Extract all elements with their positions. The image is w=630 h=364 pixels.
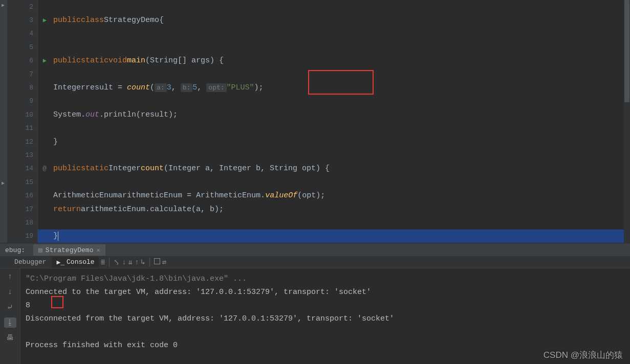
- tab-label: StrategyDemo: [46, 246, 94, 254]
- code-line: System.out.println(result);: [53, 108, 630, 121]
- tab-console[interactable]: ▶_Console: [52, 257, 98, 268]
- line-number[interactable]: 18: [7, 216, 37, 229]
- debug-session-tab[interactable]: ▤ StrategyDemo ✕: [33, 244, 105, 256]
- code-line: public static void main(String[] args) {: [53, 54, 630, 67]
- line-number[interactable]: 9: [7, 95, 37, 108]
- line-number[interactable]: 3▶: [7, 13, 37, 27]
- marker-icon: ▶: [2, 2, 5, 8]
- console-line: "C:\Program Files\Java\jdk-1.8\bin\java.…: [26, 272, 625, 286]
- step-into-icon[interactable]: ↓: [122, 258, 126, 266]
- console-toolbar: ↑ ↓ ⤶ ⭳ 🖶: [0, 268, 20, 364]
- line-number[interactable]: 6▶: [7, 54, 37, 67]
- code-line: [53, 175, 630, 189]
- line-number[interactable]: 7: [7, 67, 37, 81]
- console-line: Disconnected from the target VM, address…: [26, 312, 625, 326]
- line-number[interactable]: 10: [7, 108, 37, 121]
- code-line: public static Integer count(Integer a, I…: [53, 162, 630, 175]
- separator: [109, 258, 110, 267]
- console-icon: ▶_: [56, 258, 64, 266]
- console-line: Connected to the target VM, address: '12…: [26, 286, 625, 299]
- param-hint: opt:: [206, 83, 226, 92]
- debug-tab-bar: ebug: ▤ StrategyDemo ✕: [0, 244, 630, 256]
- console-output[interactable]: "C:\Program Files\Java\jdk-1.8\bin\java.…: [20, 268, 630, 364]
- line-number[interactable]: 5: [7, 40, 37, 54]
- separator: [149, 258, 150, 267]
- force-step-into-icon[interactable]: ⇊: [128, 258, 133, 266]
- line-number[interactable]: 8: [7, 81, 37, 94]
- code-line: [53, 148, 630, 162]
- scrollbar-thumb[interactable]: [624, 0, 629, 102]
- param-hint: a:: [155, 83, 167, 92]
- console-body: ↑ ↓ ⤶ ⭳ 🖶 "C:\Program Files\Java\jdk-1.8…: [0, 268, 630, 364]
- console-line: [26, 326, 625, 339]
- code-line: [53, 122, 630, 135]
- debug-label: ebug:: [0, 246, 30, 254]
- gutter[interactable]: 2 3▶ 4 5 6▶ 7 8 9 10 11 12 13 14@ 15 16 …: [7, 0, 38, 243]
- line-number[interactable]: 15: [7, 175, 37, 189]
- line-number[interactable]: 17: [7, 202, 37, 216]
- code-line-active: }: [38, 230, 630, 243]
- threads-icon[interactable]: ≣: [101, 258, 105, 266]
- code-line: [53, 95, 630, 108]
- annotation-box: [51, 296, 63, 308]
- down-icon[interactable]: ↓: [4, 287, 16, 297]
- drop-frame-icon[interactable]: ↳: [141, 258, 145, 266]
- tab-debugger[interactable]: Debugger: [10, 257, 50, 268]
- trace-icon[interactable]: ⇄: [162, 258, 166, 266]
- line-number[interactable]: 11: [7, 122, 37, 135]
- console-line: Process finished with exit code 0: [26, 339, 625, 352]
- step-over-icon[interactable]: ⤣: [114, 258, 120, 266]
- app-icon: ▤: [38, 246, 42, 254]
- code-line: public class StrategyDemo {: [53, 13, 630, 27]
- code-line: return arithmeticEnum.calculate(a, b);: [53, 202, 630, 216]
- code-editor[interactable]: 2 3▶ 4 5 6▶ 7 8 9 10 11 12 13 14@ 15 16 …: [7, 0, 630, 243]
- code-line: [53, 40, 630, 54]
- soft-wrap-icon[interactable]: ⤶: [4, 302, 16, 312]
- line-number[interactable]: 13: [7, 148, 37, 162]
- code-line: [53, 0, 630, 13]
- editor-scrollbar[interactable]: [624, 0, 630, 243]
- line-number[interactable]: 2: [7, 0, 37, 13]
- code-line: ArithmeticEnum arithmeticEnum = Arithmet…: [53, 189, 630, 202]
- line-number[interactable]: 16: [7, 189, 37, 202]
- line-number[interactable]: 4: [7, 27, 37, 40]
- print-icon[interactable]: 🖶: [4, 333, 16, 343]
- evaluate-icon[interactable]: [154, 258, 160, 266]
- caret-icon: [58, 232, 58, 241]
- code-line: [53, 27, 630, 40]
- code-line: }: [53, 135, 630, 148]
- console-line: 8: [26, 299, 625, 312]
- scroll-to-end-icon[interactable]: ⭳: [4, 317, 16, 328]
- marker-icon: ▶: [2, 180, 5, 186]
- up-icon[interactable]: ↑: [4, 271, 16, 282]
- line-number[interactable]: 12: [7, 135, 37, 148]
- close-icon[interactable]: ✕: [96, 246, 100, 254]
- editor-edge-strip: ▶ ▶: [0, 0, 7, 243]
- annotation-box: [308, 70, 374, 95]
- code-area[interactable]: public class StrategyDemo { public stati…: [38, 0, 630, 243]
- param-hint: b:: [181, 83, 193, 92]
- line-number[interactable]: 14@: [7, 162, 37, 175]
- code-line: [53, 216, 630, 229]
- debug-sub-bar: Debugger ▶_Console ≣ ⤣ ↓ ⇊ ↑ ↳ ⇄: [0, 256, 630, 268]
- step-out-icon[interactable]: ↑: [135, 258, 139, 266]
- line-number[interactable]: 19: [7, 230, 37, 243]
- debug-panel: ebug: ▤ StrategyDemo ✕ Debugger ▶_Consol…: [0, 243, 630, 364]
